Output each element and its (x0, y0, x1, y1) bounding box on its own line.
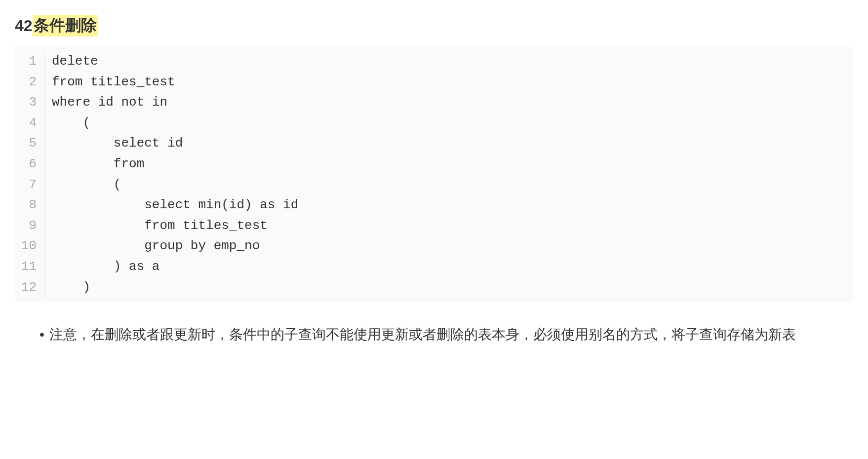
code-line: 2 from titles_test (15, 72, 853, 93)
line-number: 3 (15, 92, 44, 113)
heading-number: 42 (15, 17, 33, 35)
code-content: ) as a (44, 257, 159, 277)
line-number: 7 (15, 175, 44, 195)
code-content: ) (44, 277, 90, 298)
code-content: from titles_test (44, 72, 175, 93)
code-content: group by emp_no (44, 236, 260, 257)
line-number: 11 (15, 257, 44, 277)
code-content: ( (44, 113, 90, 134)
line-number: 2 (15, 72, 44, 93)
line-number: 6 (15, 154, 44, 175)
code-line: 12 ) (15, 277, 853, 298)
line-number: 10 (15, 236, 44, 257)
heading-title: 条件删除 (33, 15, 98, 37)
line-number: 12 (15, 277, 44, 298)
code-line: 5 select id (15, 133, 853, 154)
code-block: 1 delete 2 from titles_test 3 where id n… (15, 46, 853, 303)
note-item: 注意，在删除或者跟更新时，条件中的子查询不能使用更新或者删除的表本身，必须使用别… (39, 322, 853, 347)
line-number: 5 (15, 133, 44, 154)
code-line: 1 delete (15, 51, 853, 72)
code-line: 11 ) as a (15, 257, 853, 277)
code-content: from titles_test (44, 216, 268, 236)
code-line: 3 where id not in (15, 92, 853, 113)
line-number: 4 (15, 113, 44, 134)
code-content: from (44, 154, 144, 175)
line-number: 8 (15, 195, 44, 216)
section-heading: 42条件删除 (15, 15, 853, 37)
code-content: where id not in (44, 92, 167, 113)
code-content: ( (44, 175, 121, 195)
code-line: 4 ( (15, 113, 853, 134)
code-content: select min(id) as id (44, 195, 298, 216)
code-line: 9 from titles_test (15, 216, 853, 236)
line-number: 1 (15, 51, 44, 72)
code-line: 6 from (15, 154, 853, 175)
code-content: delete (44, 51, 98, 72)
line-number: 9 (15, 216, 44, 236)
notes-list: 注意，在删除或者跟更新时，条件中的子查询不能使用更新或者删除的表本身，必须使用别… (39, 322, 853, 347)
notes-section: 注意，在删除或者跟更新时，条件中的子查询不能使用更新或者删除的表本身，必须使用别… (15, 322, 853, 347)
code-content: select id (44, 133, 183, 154)
code-line: 8 select min(id) as id (15, 195, 853, 216)
code-line: 10 group by emp_no (15, 236, 853, 257)
code-line: 7 ( (15, 175, 853, 195)
